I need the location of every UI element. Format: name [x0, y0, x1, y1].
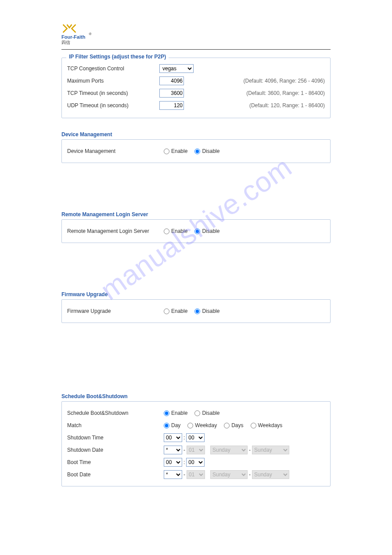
firmware-label: Firmware Upgrade	[67, 308, 164, 314]
shutdown-minute-select[interactable]: 00	[186, 433, 205, 442]
schedule-row-label: Schedule Boot&Shutdown	[67, 410, 164, 416]
tcp-timeout-label: TCP Timeout (in seconds)	[67, 90, 159, 96]
firmware-box: Firmware Upgrade Enable Disable	[61, 299, 331, 323]
shutdown-date-label: Shutdown Date	[67, 447, 164, 453]
ip-filter-fieldset: IP Filter Settings (adjust these for P2P…	[61, 58, 331, 118]
boot-wd1-select: Sunday	[210, 470, 248, 479]
boot-time-label: Boot Time	[67, 459, 164, 465]
udp-timeout-hint: (Default: 120, Range: 1 - 86400)	[249, 102, 325, 109]
match-label: Match	[67, 422, 164, 428]
shutdown-month-select[interactable]: *	[164, 446, 182, 454]
device-management-label: Device Management	[67, 148, 164, 154]
boot-minute-select[interactable]: 00	[186, 458, 205, 467]
match-weekday-radio[interactable]: Weekday	[187, 422, 217, 428]
remote-login-label: Remote Management Login Server	[67, 228, 164, 234]
tcp-congestion-row: TCP Congestion Control vegas	[67, 62, 325, 75]
boot-day-select: 01	[187, 470, 205, 479]
udp-timeout-label: UDP Timeout (in seconds)	[67, 102, 159, 109]
tcp-timeout-input[interactable]	[159, 89, 184, 98]
schedule-title: Schedule Boot&Shutdown	[61, 393, 331, 399]
shutdown-wd2-select: Sunday	[252, 446, 289, 454]
max-ports-row: Maximum Ports (Default: 4096, Range: 256…	[67, 75, 325, 87]
max-ports-label: Maximum Ports	[67, 78, 159, 84]
shutdown-day-select: 01	[187, 446, 205, 454]
max-ports-input[interactable]	[159, 76, 184, 85]
brand-name: Four-Faith	[61, 34, 85, 40]
four-faith-logo-icon	[61, 22, 77, 34]
firmware-disable-radio[interactable]: Disable	[194, 308, 219, 314]
boot-month-select[interactable]: *	[164, 470, 182, 479]
schedule-disable-radio[interactable]: Disable	[194, 410, 219, 416]
shutdown-wd1-select: Sunday	[210, 446, 248, 454]
udp-timeout-row: UDP Timeout (in seconds) (Default: 120, …	[67, 99, 325, 112]
remote-login-disable-radio[interactable]: Disable	[194, 228, 219, 234]
header-divider	[61, 49, 331, 50]
ip-filter-legend: IP Filter Settings (adjust these for P2P…	[66, 54, 169, 60]
match-day-radio[interactable]: Day	[164, 422, 180, 428]
schedule-enable-radio[interactable]: Enable	[164, 410, 187, 416]
tcp-congestion-select[interactable]: vegas	[159, 64, 194, 73]
boot-hour-select[interactable]: 00	[164, 458, 182, 467]
remote-login-enable-radio[interactable]: Enable	[164, 228, 187, 234]
tcp-congestion-label: TCP Congestion Control	[67, 65, 159, 72]
device-management-box: Device Management Enable Disable	[61, 139, 331, 163]
tcp-timeout-hint: (Default: 3600, Range: 1 - 86400)	[246, 90, 325, 96]
device-management-title: Device Management	[61, 131, 331, 138]
shutdown-time-label: Shutdown Time	[67, 435, 164, 441]
device-management-disable-radio[interactable]: Disable	[194, 148, 219, 154]
firmware-title: Firmware Upgrade	[61, 291, 331, 297]
max-ports-hint: (Default: 4096, Range: 256 - 4096)	[244, 78, 325, 84]
match-weekdays-radio[interactable]: Weekdays	[251, 422, 283, 428]
device-management-enable-radio[interactable]: Enable	[164, 148, 187, 154]
registered-mark: ®	[89, 32, 91, 36]
match-days-radio[interactable]: Days	[224, 422, 243, 428]
udp-timeout-input[interactable]	[159, 101, 184, 110]
remote-login-title: Remote Management Login Server	[61, 211, 331, 218]
boot-date-label: Boot Date	[67, 472, 164, 478]
brand-sub: 四信	[61, 40, 85, 46]
firmware-enable-radio[interactable]: Enable	[164, 308, 187, 314]
tcp-timeout-row: TCP Timeout (in seconds) (Default: 3600,…	[67, 87, 325, 99]
brand-logo: Four-Faith 四信 ®	[61, 22, 331, 46]
schedule-box: Schedule Boot&Shutdown Enable Disable Ma…	[61, 401, 331, 486]
boot-wd2-select: Sunday	[252, 470, 289, 479]
shutdown-hour-select[interactable]: 00	[164, 433, 182, 442]
remote-login-box: Remote Management Login Server Enable Di…	[61, 219, 331, 243]
